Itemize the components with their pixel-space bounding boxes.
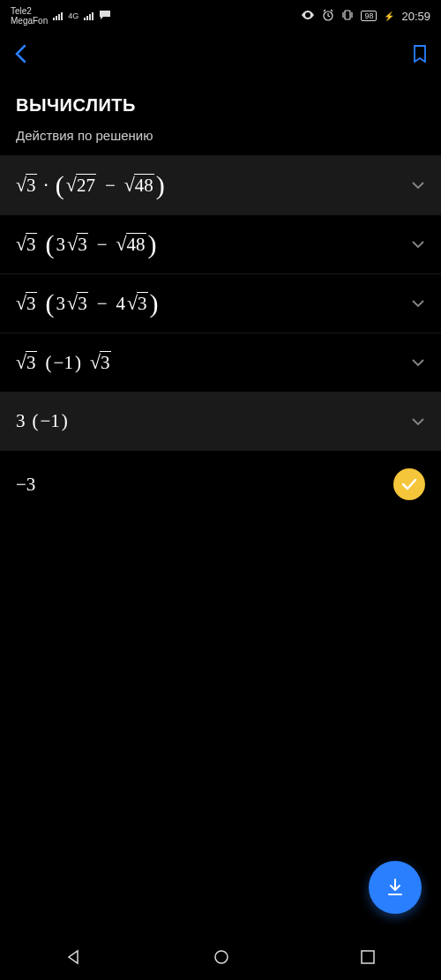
svg-rect-1 [345,11,350,19]
chevron-down-icon [411,355,425,370]
subtitle: Действия по решению [0,119,441,155]
bookmark-button[interactable] [413,45,427,66]
signal-icon-2 [84,11,93,20]
battery-percent: 98 [364,11,373,20]
app-header [0,32,441,79]
math-expression: 3 (−1) [16,410,68,432]
clock-time: 20:59 [401,10,430,23]
math-expression: √3 ( 3 √3 − 4 √3 ) [16,292,159,315]
network-type: 4G [68,11,78,20]
battery-icon: 98 [361,11,377,21]
alarm-icon [322,9,334,23]
chevron-down-icon [411,177,425,193]
nav-home-button[interactable] [213,948,230,969]
chevron-down-icon [411,295,425,311]
status-left: Tele2 MegaFon 4G [11,6,111,26]
page-title: ВЫЧИСЛИТЬ [16,95,425,116]
solution-step-4[interactable]: √3 (−1) √3 [0,333,441,392]
carrier-2: MegaFon [11,16,48,26]
final-answer: −3 [16,474,35,496]
math-expression: √3 ( 3 √3 − √48 ) [16,233,157,256]
vibrate-icon [341,9,354,23]
solution-final[interactable]: −3 [0,450,441,518]
solution-step-2[interactable]: √3 ( 3 √3 − √48 ) [0,214,441,273]
solution-step-3[interactable]: √3 ( 3 √3 − 4 √3 ) [0,273,441,333]
svg-point-2 [215,951,228,963]
math-expression: √3 · ( √27 − √48 ) [16,174,165,197]
chevron-down-icon [411,414,425,430]
solution-step-5[interactable]: 3 (−1) [0,392,441,450]
math-expression: √3 (−1) √3 [16,351,111,374]
download-fab[interactable] [369,861,422,914]
svg-rect-3 [362,951,374,963]
charging-icon: ⚡ [384,11,394,21]
check-badge [393,468,425,500]
nav-recent-button[interactable] [360,949,376,969]
status-bar: Tele2 MegaFon 4G 98 [0,0,441,32]
system-nav-bar [0,938,441,980]
solution-step-1[interactable]: √3 · ( √27 − √48 ) [0,155,441,214]
back-button[interactable] [14,41,26,70]
chat-icon [99,10,111,22]
eye-icon [301,11,315,21]
status-right: 98 ⚡ 20:59 [301,9,430,23]
carrier-names: Tele2 MegaFon [11,6,48,26]
carrier-1: Tele2 [11,6,48,16]
title-section: ВЫЧИСЛИТЬ [0,79,441,119]
signal-icon [53,11,63,20]
nav-back-button[interactable] [65,948,83,969]
download-icon [385,877,406,898]
chevron-down-icon [411,236,425,252]
